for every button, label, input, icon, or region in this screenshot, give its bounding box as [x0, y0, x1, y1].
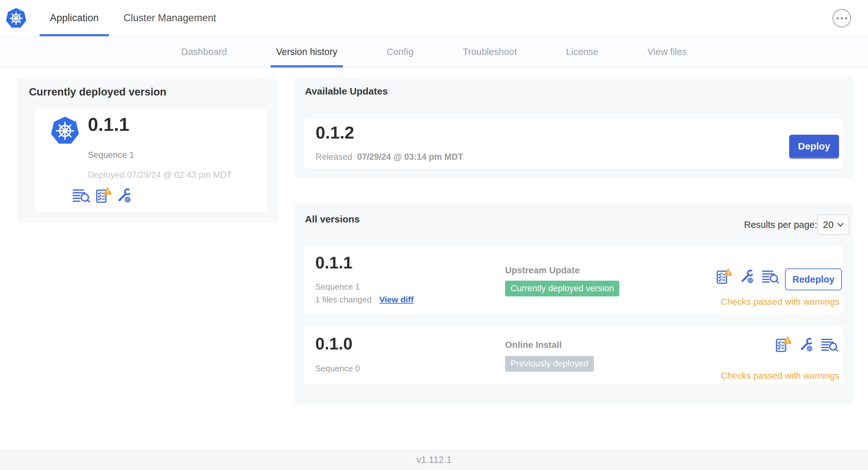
console-version: v1.112.1 — [416, 455, 452, 465]
tab-application-label: Application — [50, 12, 99, 24]
view-diff-link[interactable]: View diff — [379, 295, 413, 305]
subnav-license-label: License — [566, 46, 598, 57]
subnav-license[interactable]: License — [561, 37, 604, 67]
row-source-label: Online Install — [505, 340, 562, 350]
deploy-button[interactable]: Deploy — [789, 135, 839, 158]
row-sequence: Sequence 0 — [315, 364, 360, 374]
current-deployed-timestamp: Deployed 07/29/24 @ 02:43 pm MDT — [88, 170, 232, 180]
config-wrench-gear-icon[interactable] — [799, 338, 813, 352]
preflight-checks-warning-icon[interactable] — [775, 337, 792, 352]
more-menu-button[interactable] — [833, 9, 851, 27]
preflight-checks-warning-icon[interactable] — [716, 268, 732, 284]
app-footer: v1.112.1 — [0, 449, 868, 470]
row-sequence: Sequence 1 — [315, 282, 360, 292]
tab-cluster-management[interactable]: Cluster Management — [113, 0, 226, 36]
available-updates-title: Available Updates — [305, 86, 388, 97]
current-sequence: Sequence 1 — [88, 150, 134, 160]
previously-deployed-badge: Previously deployed — [505, 356, 594, 372]
subnav-view-files[interactable]: View files — [642, 37, 692, 67]
available-updates-panel: Available Updates 0.1.2 Released 07/29/2… — [293, 77, 853, 178]
version-row-011: 0.1.1 Sequence 1 1 files changed View di… — [304, 246, 843, 313]
diff-icon[interactable] — [762, 269, 779, 283]
top-header: Application Cluster Management — [0, 0, 868, 36]
app-subnav: Dashboard Version history Config Trouble… — [0, 37, 868, 68]
all-versions-panel: All versions Results per page: 20 0.1.1 … — [293, 203, 853, 404]
subnav-dashboard[interactable]: Dashboard — [176, 37, 232, 67]
tab-application[interactable]: Application — [39, 0, 109, 36]
update-card: 0.1.2 Released 07/29/24 @ 03:14 pm MDT D… — [304, 119, 843, 169]
diff-icon[interactable] — [72, 188, 90, 203]
update-released-line: Released 07/29/24 @ 03:14 pm MDT — [316, 152, 463, 162]
checks-status-text: Checks passed with warnings — [721, 297, 839, 307]
config-wrench-gear-icon[interactable] — [740, 269, 754, 283]
current-version-number: 0.1.1 — [88, 113, 129, 135]
tab-cluster-management-label: Cluster Management — [124, 12, 216, 24]
subnav-config[interactable]: Config — [381, 37, 419, 67]
files-changed-label: 1 files changed — [315, 295, 372, 305]
row-version-number: 0.1.0 — [315, 334, 352, 353]
all-versions-title: All versions — [305, 214, 360, 225]
ellipsis-icon — [836, 17, 847, 20]
subnav-dashboard-label: Dashboard — [181, 46, 227, 57]
results-per-page-select[interactable]: 20 — [817, 214, 849, 235]
subnav-troubleshoot[interactable]: Troubleshoot — [457, 37, 522, 67]
redeploy-button[interactable]: Redeploy — [785, 268, 842, 290]
results-per-page-label: Results per page: — [744, 220, 817, 230]
row-files-changed: 1 files changed View diff — [315, 295, 413, 305]
currently-deployed-title: Currently deployed version — [29, 86, 166, 98]
subnav-troubleshoot-label: Troubleshoot — [463, 46, 517, 57]
released-label: Released — [316, 152, 352, 162]
preflight-checks-warning-icon[interactable] — [96, 188, 112, 203]
currently-deployed-panel: Currently deployed version 0.1.1 Sequenc… — [17, 77, 278, 223]
chevron-down-icon — [837, 223, 843, 227]
diff-icon[interactable] — [821, 338, 838, 352]
subnav-view-files-label: View files — [648, 46, 687, 57]
checks-status-text: Checks passed with warnings — [721, 371, 839, 381]
version-row-010: 0.1.0 Sequence 0 Online Install Previous… — [304, 326, 843, 383]
subnav-version-history-label: Version history — [276, 46, 337, 57]
subnav-version-history[interactable]: Version history — [271, 37, 343, 67]
update-version-number: 0.1.2 — [316, 123, 354, 142]
row-source-label: Upstream Update — [505, 265, 580, 275]
row-version-number: 0.1.1 — [315, 253, 352, 272]
kubernetes-logo-icon — [6, 8, 26, 29]
subnav-config-label: Config — [387, 46, 414, 57]
currently-deployed-badge: Currently deployed version — [505, 281, 619, 296]
released-date: 07/29/24 @ 03:14 pm MDT — [357, 152, 463, 162]
app-kubernetes-icon — [51, 117, 79, 145]
results-per-page-value: 20 — [823, 219, 834, 230]
currently-deployed-card: 0.1.1 Sequence 1 Deployed 07/29/24 @ 02:… — [35, 108, 267, 212]
config-wrench-gear-icon[interactable] — [117, 188, 132, 203]
